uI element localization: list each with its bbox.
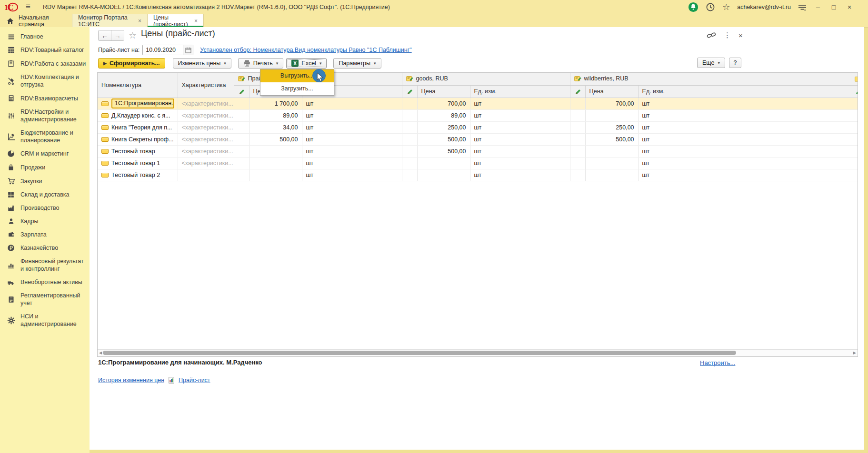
calendar-icon[interactable] (183, 45, 193, 55)
add-favorite-star-icon[interactable]: ☆ (129, 30, 137, 41)
person-icon (6, 217, 16, 225)
sidebar-item-sales[interactable]: Продажи (0, 160, 90, 174)
more-button[interactable]: Еще▾ (697, 58, 725, 68)
form-prices: ← → ☆ Цены (прайс-лист) ⋮ × Прайс-лист н… (90, 27, 864, 450)
table-row[interactable]: Книга Секреты проф... <характеристики...… (98, 133, 858, 145)
price-tag-icon (574, 76, 581, 81)
sidebar-item-orders[interactable]: RDV:Работа с заказами (0, 57, 90, 70)
handtruck-icon (6, 77, 16, 85)
group-header-wildberries[interactable]: wildberries, RUB (570, 73, 853, 85)
table-row[interactable]: 1С:Программирован... <характеристики... … (98, 98, 858, 109)
shopping-bag-icon (6, 163, 16, 171)
minimize-button[interactable]: – (814, 3, 822, 11)
sidebar-item-hr[interactable]: Кадры (0, 215, 90, 228)
gear-icon (6, 316, 16, 325)
notifications-bell-icon[interactable] (688, 2, 698, 12)
pricelist-report-link[interactable]: Прайс-лист (179, 377, 210, 384)
sidebar-item-salary[interactable]: Зарплата (0, 228, 90, 241)
sidebar-item-purchases[interactable]: Закупки (0, 174, 90, 188)
tab-prices-active[interactable]: Цены (прайс-лист) × (148, 14, 204, 27)
col-header-unit[interactable]: Ед. изм. (470, 85, 570, 98)
table-row[interactable]: Тестовый товар 2 шт шт шт (98, 169, 858, 181)
price-history-link[interactable]: История изменения цен (98, 377, 164, 384)
tab-close-icon[interactable]: × (138, 18, 141, 24)
sidebar-item-warehouse[interactable]: Склад и доставка (0, 188, 90, 201)
selected-item-status: 1С:Программирование для начинающих. М.Ра… (98, 359, 262, 366)
bar-chart-icon (6, 262, 16, 269)
sidebar-item-budgeting[interactable]: Бюджетирование и планирование (0, 126, 90, 147)
selected-cell[interactable]: 1С:Программирован... (111, 98, 174, 108)
nomenclature-item-icon (101, 125, 109, 130)
sidebar-item-rdv-settings[interactable]: RDV:Настройки и администрирование (0, 105, 90, 126)
change-prices-button[interactable]: Изменить цены▾ (173, 58, 231, 69)
report-icon (169, 377, 174, 384)
menu-item-import[interactable]: Загрузить... (260, 82, 334, 95)
table-row[interactable]: Книга "Теория для п... <характеристики..… (98, 121, 858, 133)
table-row[interactable]: Д.Клаудер конс. с я... <характеристики..… (98, 109, 858, 121)
scrollbar-thumb[interactable] (103, 351, 736, 355)
chevron-down-icon: ▾ (224, 61, 226, 66)
pricelist-date-input[interactable] (143, 45, 183, 55)
horizontal-scrollbar[interactable]: ◀ ▶ (98, 349, 858, 356)
sidebar-item-nsi-administration[interactable]: НСИ и администрирование (0, 310, 90, 331)
group-header-goods[interactable]: goods, RUB (402, 73, 570, 85)
help-button[interactable]: ? (729, 58, 741, 68)
sidebar-item-treasury[interactable]: Казначейство (0, 241, 90, 255)
col-header-nomenclature[interactable]: Номенклатура (98, 73, 178, 98)
nomenclature-item-icon (101, 173, 109, 177)
tab-close-icon[interactable]: × (194, 18, 198, 24)
sliders-icon (6, 112, 16, 120)
history-icon[interactable] (706, 2, 715, 12)
excel-button[interactable]: X Excel▾ (286, 58, 327, 69)
sidebar-item-production[interactable]: Производство (0, 201, 90, 215)
sidebar-item-financial-result[interactable]: Финансовый результат и контроллинг (0, 255, 90, 276)
col-header-characteristic[interactable]: Характеристика (178, 73, 234, 98)
sidebar-item-picking-shipping[interactable]: RDV:Комплектация и отгрузка (0, 70, 90, 91)
close-window-button[interactable]: × (845, 3, 854, 11)
table-row[interactable]: Тестовый товар <характеристики... шт 500… (98, 145, 858, 157)
close-form-icon[interactable]: × (738, 31, 743, 39)
scroll-left-icon[interactable]: ◀ (99, 351, 102, 355)
configure-link[interactable]: Настроить... (700, 359, 735, 366)
col-header-price[interactable]: Цена (585, 85, 638, 98)
user-email[interactable]: achekarev@rdv-it.ru (737, 4, 791, 10)
tab-portal-monitor[interactable]: Монитор Портала 1С:ИТС × (72, 14, 148, 27)
sidebar-item-fixed-assets[interactable]: Внеоборотные активы (0, 276, 90, 289)
filter-link[interactable]: Установлен отбор: Номенклатура.Вид номен… (200, 47, 411, 53)
svg-text:X: X (293, 61, 297, 66)
favorites-star-icon[interactable]: ☆ (722, 3, 730, 11)
get-link-icon[interactable] (707, 31, 716, 39)
chevron-down-icon: ▾ (319, 61, 322, 66)
back-button[interactable]: ← (99, 30, 111, 40)
scroll-right-icon[interactable]: ▶ (853, 351, 856, 355)
sidebar-item-regulated-accounting[interactable]: Регламентированный учет (0, 289, 90, 310)
nomenclature-item-icon (101, 161, 109, 166)
factory-icon (6, 204, 16, 212)
pie-chart-icon (6, 150, 16, 158)
table-row[interactable]: Тестовый товар 1 <характеристики... шт ш… (98, 157, 858, 169)
edit-pencil-icon-clipped (853, 85, 858, 98)
more-dots-icon[interactable]: ⋮ (724, 31, 731, 39)
sidebar-item-settlements[interactable]: RDV:Взаиморасчеты (0, 91, 90, 105)
print-button[interactable]: Печать▾ (238, 58, 283, 69)
tab-label: Монитор Портала 1С:ИТС (78, 14, 134, 28)
main-hamburger-icon[interactable]: ≡ (26, 2, 30, 11)
home-icon (7, 18, 14, 24)
tab-home[interactable]: Начальная страница (0, 14, 72, 27)
sidebar-item-crm[interactable]: CRM и маркетинг (0, 147, 90, 160)
col-header-price[interactable]: Цена (417, 85, 470, 98)
page-title: Цены (прайс-лист) (141, 29, 215, 39)
forward-button[interactable]: → (111, 30, 124, 40)
pricelist-date-label: Прайс-лист на: (98, 47, 140, 53)
sidebar-item-product-catalog[interactable]: RDV:Товарный каталог (0, 43, 90, 57)
generate-button[interactable]: ▶ Сформировать... (98, 58, 165, 69)
sidebar-item-main[interactable]: Главное (0, 30, 90, 43)
maximize-button[interactable]: □ (829, 3, 838, 11)
service-menu-icon[interactable] (798, 3, 807, 11)
price-tag-icon (406, 76, 413, 81)
col-header-unit[interactable]: Ед. изм. (638, 85, 853, 98)
sidebar-nav: Главное RDV:Товарный каталог RDV:Работа … (0, 27, 90, 453)
parameters-button[interactable]: Параметры▾ (333, 58, 381, 69)
menu-item-export[interactable]: Выгрузить... (260, 69, 334, 82)
shopping-cart-icon (6, 177, 16, 185)
